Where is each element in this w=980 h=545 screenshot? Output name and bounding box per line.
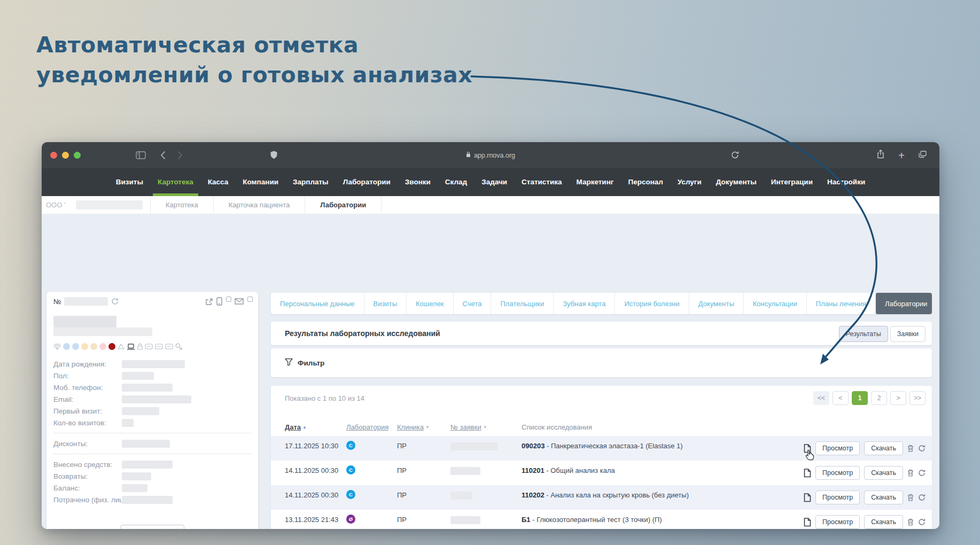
page-button[interactable]: >> — [909, 391, 925, 405]
nav-item[interactable]: Компании — [243, 168, 278, 196]
page-content: № Дата рождения:Пол:Моб. телефон:Emai — [42, 214, 939, 529]
view-button[interactable]: Просмотр — [815, 515, 860, 529]
redacted-request-number — [450, 442, 497, 450]
table-row[interactable]: 17.11.2025 10:30CПР090203 - Панкреатичес… — [271, 436, 932, 461]
row-date: 13.11.2025 21:43 — [285, 515, 346, 524]
tab-item[interactable]: Персональные данные — [271, 293, 364, 314]
refresh-row-icon[interactable] — [918, 445, 925, 452]
patient-field-row: Моб. телефон: — [53, 382, 251, 393]
nav-item[interactable]: Маркетинг — [577, 168, 614, 196]
nav-item[interactable]: Документы — [716, 168, 757, 196]
view-button[interactable]: Просмотр — [815, 441, 860, 455]
nav-item[interactable]: Интеграции — [771, 168, 813, 196]
header-date[interactable]: Дата▲ — [285, 423, 346, 431]
page-button[interactable]: > — [890, 391, 906, 405]
phone-icon[interactable] — [216, 297, 222, 306]
document-icon[interactable] — [804, 493, 811, 502]
download-button[interactable]: Скачать — [864, 515, 903, 529]
toggle-results[interactable]: Результаты — [839, 326, 888, 342]
tab-item[interactable]: Консультации — [744, 293, 807, 314]
nav-item[interactable]: Услуги — [678, 168, 702, 196]
refresh-row-icon[interactable] — [918, 469, 925, 477]
document-icon[interactable] — [804, 518, 811, 527]
page-button[interactable]: < — [833, 391, 849, 405]
breadcrumb-kartoteka[interactable]: Картотека — [150, 196, 213, 214]
download-button[interactable]: Скачать — [864, 441, 903, 455]
download-button[interactable]: Скачать — [864, 466, 903, 480]
document-icon[interactable] — [804, 469, 811, 478]
toggle-requests[interactable]: Заявки — [890, 326, 925, 342]
nav-item[interactable]: Лаборатории — [343, 168, 391, 196]
nav-item[interactable]: Касса — [208, 168, 229, 196]
tab-item[interactable]: Планы лечения — [807, 293, 876, 314]
refresh-row-icon[interactable] — [918, 494, 925, 501]
refresh-row-icon[interactable] — [918, 518, 925, 526]
redacted-field-value — [122, 484, 147, 492]
table-row[interactable]: 14.11.2025 00:30CПР110202 - Анализ кала … — [271, 485, 932, 510]
status-dot-icon — [99, 343, 106, 350]
breadcrumb-laboratories[interactable]: Лаборатории — [305, 196, 382, 214]
tab-laboratories-active[interactable]: Лаборатории — [876, 293, 932, 314]
page-button[interactable]: 1 — [852, 391, 868, 405]
tab-item[interactable]: Визиты — [364, 293, 407, 314]
address-bar[interactable]: app.rnova.org — [42, 142, 939, 168]
refresh-number-icon[interactable] — [111, 298, 119, 305]
nav-item[interactable]: Склад — [445, 168, 467, 196]
breadcrumb-patient-card[interactable]: Карточка пациента — [213, 196, 305, 214]
page-button[interactable]: << — [813, 391, 829, 405]
nav-item[interactable]: Картотека — [158, 168, 193, 196]
edit-button[interactable]: Редактировать — [120, 525, 184, 529]
patient-field-row: Первый визит: — [53, 405, 251, 417]
mail-icon[interactable] — [235, 298, 244, 305]
delete-icon[interactable] — [907, 469, 914, 477]
delete-icon[interactable] — [907, 518, 914, 526]
reload-icon[interactable] — [731, 151, 739, 159]
header-clinic[interactable]: Клиника▼ — [397, 423, 450, 431]
breadcrumb: ООО ' Картотека Карточка пациента Лабора… — [42, 196, 939, 214]
new-tab-icon[interactable]: + — [898, 150, 905, 161]
view-button[interactable]: Просмотр — [815, 490, 860, 504]
lab-badge: Ø — [346, 515, 355, 524]
view-button[interactable]: Просмотр — [815, 466, 860, 480]
tab-item[interactable]: Документы — [689, 293, 744, 314]
patient-tabs: Персональные данныеВизитыКошелекСчетаПла… — [271, 293, 932, 314]
nav-item[interactable]: Статистика — [522, 168, 562, 196]
redacted-field-value — [122, 372, 154, 380]
field-label: Потрачено (физ. лицо): — [53, 496, 122, 504]
app-navbar: ВизитыКартотекаКассаКомпанииЗарплатыЛабо… — [42, 168, 939, 196]
nav-item[interactable]: Задачи — [481, 168, 507, 196]
redacted-request-number — [450, 492, 472, 500]
nav-item[interactable]: Настройки — [827, 168, 865, 196]
tab-item[interactable]: История болезни — [615, 293, 689, 314]
page-button[interactable]: 2 — [871, 391, 887, 405]
table-row[interactable]: 13.11.2025 21:43ØПРБ1 - Глюкозотолерантн… — [271, 510, 932, 529]
browser-chrome: app.rnova.org + — [42, 142, 939, 168]
share-icon[interactable] — [877, 150, 884, 161]
tab-item[interactable]: Кошелек — [407, 293, 454, 314]
screenshot-canvas: Автоматическая отметкауведомлений о гото… — [0, 0, 980, 545]
tab-item[interactable]: Счета — [454, 293, 492, 314]
nav-item[interactable]: Визиты — [116, 168, 143, 196]
nav-item[interactable]: Звонки — [405, 168, 431, 196]
tab-item[interactable]: Плательщики — [491, 293, 554, 314]
laptop-icon — [127, 344, 135, 350]
row-date: 14.11.2025 00:30 — [285, 466, 346, 474]
nav-item[interactable]: Персонал — [628, 168, 663, 196]
tab-item[interactable]: Зубная карта — [554, 293, 615, 314]
filter-toggle[interactable]: Фильтр — [285, 348, 324, 377]
delete-icon[interactable] — [907, 445, 914, 452]
tab-overview-icon[interactable] — [919, 151, 927, 160]
table-row[interactable]: 14.11.2025 00:30CПР110201 - Общий анализ… — [271, 461, 932, 485]
card-icon — [155, 344, 163, 349]
export-icon[interactable] — [205, 298, 213, 306]
header-laboratory[interactable]: Лаборатория — [346, 423, 397, 431]
field-label: Email: — [53, 395, 122, 403]
nav-item[interactable]: Зарплаты — [293, 168, 329, 196]
field-label: Дата рождения: — [53, 360, 122, 368]
patient-field-row: Кол-во визитов: — [53, 417, 251, 429]
lock-icon — [466, 151, 471, 159]
header-request-number[interactable]: № заявки▼ — [450, 423, 522, 431]
download-button[interactable]: Скачать — [864, 490, 903, 504]
patient-field-row: Возвраты: — [53, 470, 251, 482]
delete-icon[interactable] — [907, 494, 914, 501]
